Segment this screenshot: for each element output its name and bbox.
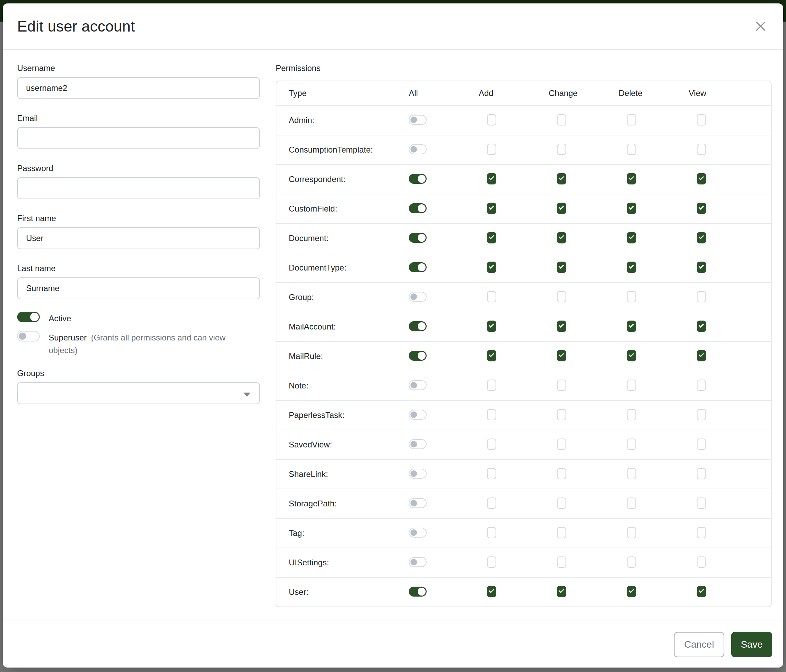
permission-delete-checkbox[interactable] (627, 438, 636, 450)
permission-type-label: Note: (289, 381, 409, 391)
permission-delete-checkbox[interactable] (627, 498, 636, 509)
permission-all-toggle[interactable] (409, 262, 427, 272)
email-field[interactable] (17, 127, 260, 149)
permission-delete-checkbox[interactable] (627, 527, 636, 538)
permission-view-checkbox[interactable] (697, 320, 706, 332)
close-icon[interactable] (753, 19, 768, 34)
permission-all-toggle[interactable] (409, 469, 427, 479)
superuser-toggle[interactable] (17, 331, 40, 341)
permission-all-toggle[interactable] (409, 380, 427, 390)
permission-all-toggle[interactable] (409, 144, 427, 154)
permission-change-checkbox[interactable] (557, 173, 566, 184)
permission-add-checkbox[interactable] (487, 556, 496, 568)
permission-delete-checkbox[interactable] (627, 350, 636, 361)
permission-view-checkbox[interactable] (697, 262, 706, 273)
permission-all-toggle[interactable] (409, 587, 427, 597)
permission-view-checkbox[interactable] (697, 527, 706, 538)
permission-view-checkbox[interactable] (697, 498, 706, 509)
permission-view-checkbox[interactable] (697, 232, 706, 243)
permission-view-checkbox[interactable] (697, 114, 706, 126)
username-input[interactable] (17, 77, 260, 99)
permission-add-checkbox[interactable] (487, 291, 496, 302)
permission-change-checkbox[interactable] (557, 114, 566, 126)
permission-view-checkbox[interactable] (697, 438, 706, 450)
permission-view-checkbox[interactable] (697, 203, 706, 214)
save-button[interactable]: Save (731, 632, 772, 657)
permission-view-checkbox[interactable] (697, 291, 706, 302)
permission-view-checkbox[interactable] (697, 556, 706, 568)
cancel-button[interactable]: Cancel (674, 632, 724, 657)
permission-add-checkbox[interactable] (487, 498, 496, 509)
permission-change-checkbox[interactable] (557, 527, 566, 538)
permission-view-checkbox[interactable] (697, 380, 706, 391)
permission-delete-checkbox[interactable] (627, 203, 636, 214)
permission-delete-checkbox[interactable] (627, 262, 636, 273)
password-field[interactable] (17, 177, 260, 199)
permission-change-checkbox[interactable] (557, 291, 566, 302)
permission-all-toggle[interactable] (409, 410, 427, 420)
permission-add-checkbox[interactable] (487, 173, 496, 184)
permission-delete-checkbox[interactable] (627, 586, 636, 597)
permission-delete-checkbox[interactable] (627, 291, 636, 302)
permission-delete-checkbox[interactable] (627, 468, 636, 479)
permission-all-toggle[interactable] (409, 115, 427, 125)
permission-add-checkbox[interactable] (487, 409, 496, 420)
permission-all-toggle[interactable] (409, 321, 427, 331)
permission-change-checkbox[interactable] (557, 586, 566, 597)
permission-view-checkbox[interactable] (697, 350, 706, 361)
permission-add-checkbox[interactable] (487, 586, 496, 597)
permission-view-checkbox[interactable] (697, 173, 706, 184)
permission-add-checkbox[interactable] (487, 203, 496, 214)
permission-delete-checkbox[interactable] (627, 144, 636, 155)
permission-add-checkbox[interactable] (487, 468, 496, 479)
last-name-field[interactable] (17, 277, 260, 299)
permission-all-toggle[interactable] (409, 203, 427, 213)
permission-change-checkbox[interactable] (557, 262, 566, 273)
permission-all-toggle[interactable] (409, 439, 427, 449)
permission-add-checkbox[interactable] (487, 380, 496, 391)
permission-add-checkbox[interactable] (487, 114, 496, 126)
permission-view-checkbox[interactable] (697, 586, 706, 597)
permission-change-checkbox[interactable] (557, 320, 566, 332)
col-header-all: All (409, 88, 479, 98)
active-toggle[interactable] (17, 312, 40, 322)
permission-view-checkbox[interactable] (697, 468, 706, 479)
permission-change-checkbox[interactable] (557, 438, 566, 450)
permission-change-checkbox[interactable] (557, 380, 566, 391)
permission-add-checkbox[interactable] (487, 232, 496, 243)
permission-add-checkbox[interactable] (487, 320, 496, 332)
permission-change-checkbox[interactable] (557, 350, 566, 361)
permission-all-toggle[interactable] (409, 528, 427, 538)
permission-change-checkbox[interactable] (557, 409, 566, 420)
permission-type-label: PaperlessTask: (289, 410, 409, 420)
permission-change-checkbox[interactable] (557, 556, 566, 568)
permission-all-toggle[interactable] (409, 498, 427, 508)
permission-change-checkbox[interactable] (557, 498, 566, 509)
permission-delete-checkbox[interactable] (627, 114, 636, 126)
permission-all-toggle[interactable] (409, 557, 427, 567)
permission-delete-checkbox[interactable] (627, 380, 636, 391)
permission-add-checkbox[interactable] (487, 438, 496, 450)
permission-all-toggle[interactable] (409, 292, 427, 302)
permission-change-checkbox[interactable] (557, 144, 566, 155)
permission-change-checkbox[interactable] (557, 232, 566, 243)
permission-delete-checkbox[interactable] (627, 320, 636, 332)
permission-all-toggle[interactable] (409, 174, 427, 184)
permission-add-checkbox[interactable] (487, 527, 496, 538)
toggle-knob (30, 313, 39, 321)
permission-view-checkbox[interactable] (697, 144, 706, 155)
permission-view-checkbox[interactable] (697, 409, 706, 420)
groups-select[interactable] (17, 382, 260, 404)
permission-change-checkbox[interactable] (557, 468, 566, 479)
permission-delete-checkbox[interactable] (627, 409, 636, 420)
permission-add-checkbox[interactable] (487, 262, 496, 273)
permission-all-toggle[interactable] (409, 351, 427, 361)
permission-add-checkbox[interactable] (487, 350, 496, 361)
permission-all-toggle[interactable] (409, 233, 427, 243)
permission-add-checkbox[interactable] (487, 144, 496, 155)
permission-delete-checkbox[interactable] (627, 173, 636, 184)
permission-delete-checkbox[interactable] (627, 232, 636, 243)
permission-delete-checkbox[interactable] (627, 556, 636, 568)
permission-change-checkbox[interactable] (557, 203, 566, 214)
first-name-field[interactable] (17, 227, 260, 249)
